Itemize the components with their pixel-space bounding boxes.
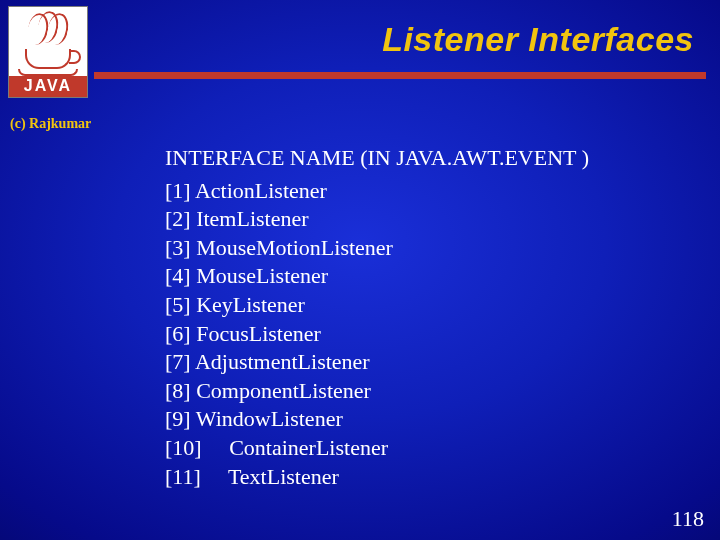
list-item: [8] ComponentListener bbox=[165, 377, 589, 406]
list-item: [3] MouseMotionListener bbox=[165, 234, 589, 263]
page-number: 118 bbox=[672, 506, 704, 532]
list-item: [7] AdjustmentListener bbox=[165, 348, 589, 377]
logo-text: JAVA bbox=[9, 76, 87, 97]
slide-title: Listener Interfaces bbox=[382, 20, 694, 59]
coffee-cup-icon bbox=[25, 49, 71, 69]
list-item: [10] ContainerListener bbox=[165, 434, 589, 463]
slide: JAVA Listener Interfaces (c) Rajkumar IN… bbox=[0, 0, 720, 540]
list-item: [11] TextListener bbox=[165, 463, 589, 492]
list-item: [9] WindowListener bbox=[165, 405, 589, 434]
copyright-text: (c) Rajkumar bbox=[10, 116, 91, 132]
title-divider bbox=[94, 72, 706, 79]
list-item: [2] ItemListener bbox=[165, 205, 589, 234]
coffee-saucer-icon bbox=[18, 69, 78, 76]
list-item: [5] KeyListener bbox=[165, 291, 589, 320]
list-item: [1] ActionListener bbox=[165, 177, 589, 206]
java-logo: JAVA bbox=[8, 6, 88, 98]
content-heading: INTERFACE NAME (IN JAVA.AWT.EVENT ) bbox=[165, 144, 589, 173]
list-item: [4] MouseListener bbox=[165, 262, 589, 291]
coffee-steam-icon bbox=[24, 11, 72, 47]
content-body: INTERFACE NAME (IN JAVA.AWT.EVENT ) [1] … bbox=[165, 144, 589, 491]
list-item: [6] FocusListener bbox=[165, 320, 589, 349]
